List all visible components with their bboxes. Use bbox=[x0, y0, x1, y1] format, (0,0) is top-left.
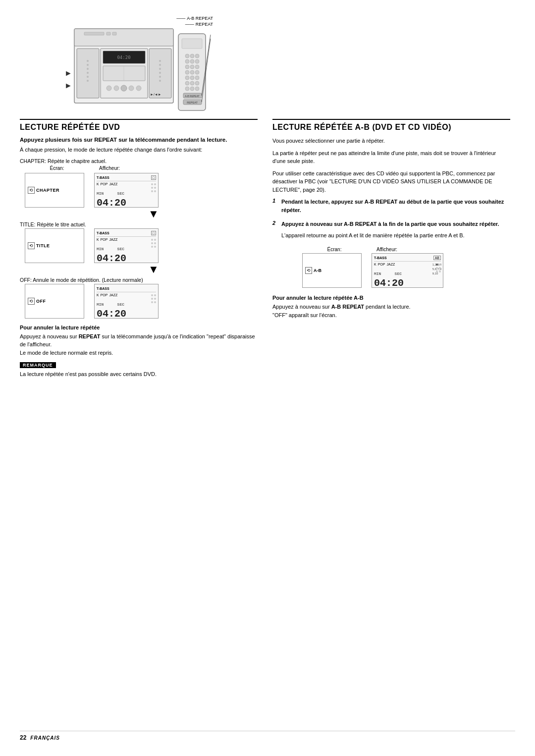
display-title: T-BASS □ K POP JAZZ MIN SEC 04:20 bbox=[94, 228, 159, 263]
display-chapter-time: MIN SEC 04:20 bbox=[97, 187, 156, 208]
remarque-block: REMARQUE La lecture répétée n'est pas po… bbox=[20, 362, 258, 378]
screen-chapter-icon: ⟲ CHAPTER bbox=[28, 187, 59, 194]
step-2: 2 Appuyez à nouveau sur A-B REPEAT à la … bbox=[272, 220, 510, 243]
screen-title-icon: ⟲ TITLE bbox=[28, 242, 50, 249]
step-1-num: 1 bbox=[272, 198, 279, 217]
svg-point-6 bbox=[87, 60, 89, 62]
svg-point-36 bbox=[195, 59, 199, 63]
right-display-label: Afficheur: bbox=[376, 247, 397, 252]
right-screen-label: Écran: bbox=[327, 247, 342, 252]
display-off: T-BASS □ K POP JAZZ MIN SEC 04:20 bbox=[94, 284, 159, 319]
svg-point-34 bbox=[185, 59, 189, 63]
display-chapter: T-BASS □ K POP JAZZ MIN SEC 04:20 bbox=[94, 173, 159, 208]
arrow-down-2: ▼ bbox=[50, 264, 258, 275]
right-intro-p2: La partie à répéter peut ne pas atteindr… bbox=[272, 149, 510, 165]
display-title-time: MIN SEC 04:20 bbox=[97, 242, 156, 263]
svg-rect-2 bbox=[84, 32, 104, 35]
svg-point-20 bbox=[129, 86, 134, 91]
device-diagram: —— A-B REPEAT —— REPEAT bbox=[59, 15, 213, 119]
left-cancel-text: Appuyez à nouveau sur REPEAT sur la télé… bbox=[20, 332, 258, 357]
display-ab-modes: K POP JAZZ bbox=[374, 263, 441, 266]
display-ab-time: MIN SEC 04:20 bbox=[374, 267, 441, 288]
svg-point-42 bbox=[195, 70, 199, 74]
svg-point-32 bbox=[190, 54, 194, 58]
svg-point-7 bbox=[87, 64, 89, 66]
title-caption: TITLE: Répète le titre actuel. bbox=[20, 221, 258, 227]
chapter-labels-row: Écran: Afficheur: bbox=[25, 165, 258, 171]
svg-point-43 bbox=[185, 76, 189, 80]
step-1-text: Pendant la lecture, appuyez sur A-B REPE… bbox=[281, 198, 510, 214]
display-ab-dots bbox=[436, 264, 441, 272]
display-title-modes: K POP JAZZ bbox=[97, 238, 156, 241]
screen-ab: ⟲ A-B bbox=[302, 253, 362, 288]
top-diagram-area: —— A-B REPEAT —— REPEAT bbox=[20, 15, 515, 119]
right-section-title: LECTURE RÉPÉTÉE A-B (DVD ET CD VIDÉO) bbox=[272, 119, 510, 132]
remarque-label: REMARQUE bbox=[20, 362, 56, 368]
chapter-diagram-row: ⟲ CHAPTER T-BASS □ K POP JAZZ MI bbox=[25, 173, 258, 208]
svg-point-19 bbox=[121, 85, 127, 91]
display-off-modes: K POP JAZZ bbox=[97, 293, 156, 297]
svg-point-17 bbox=[107, 86, 111, 91]
display-chapter-dots bbox=[151, 183, 156, 192]
svg-point-8 bbox=[87, 68, 89, 70]
annotation-line-ab: —— bbox=[176, 16, 185, 21]
svg-point-27 bbox=[159, 76, 161, 78]
page: —— A-B REPEAT —— REPEAT bbox=[0, 0, 535, 756]
language-label: FRANÇAIS bbox=[30, 735, 60, 741]
svg-point-46 bbox=[185, 81, 189, 85]
display-off-dots bbox=[151, 294, 156, 303]
left-subsection-title: Appuyez plusieurs fois sur REPEAT sur la… bbox=[20, 137, 258, 143]
svg-text:►: ► bbox=[64, 69, 72, 77]
step-2-body: L'appareil retourne au point A et lit de… bbox=[281, 231, 510, 240]
svg-point-39 bbox=[195, 65, 199, 69]
svg-point-18 bbox=[114, 86, 119, 91]
step-2-num: 2 bbox=[272, 220, 279, 243]
screen-off-icon: ⟲ OFF bbox=[28, 298, 46, 305]
svg-point-40 bbox=[185, 70, 189, 74]
svg-point-41 bbox=[190, 70, 194, 74]
svg-point-28 bbox=[159, 80, 161, 82]
screen-title: ⟲ TITLE bbox=[25, 228, 84, 263]
remarque-text: La lecture répétée n'est pas possible av… bbox=[20, 370, 258, 378]
screen-label-1: Écran: bbox=[50, 165, 64, 171]
display-chapter-modes: K POP JAZZ bbox=[97, 182, 156, 186]
screen-ab-icon: ⟲ A-B bbox=[305, 267, 321, 274]
svg-point-24 bbox=[159, 64, 161, 66]
annotation-line-repeat: —— bbox=[185, 22, 194, 27]
svg-text:REPEAT: REPEAT bbox=[187, 101, 198, 104]
svg-point-44 bbox=[190, 76, 194, 80]
svg-point-23 bbox=[159, 60, 161, 62]
svg-rect-15 bbox=[103, 66, 145, 81]
svg-point-11 bbox=[87, 80, 89, 82]
left-column: LECTURE RÉPÉTÉE DVD Appuyez plusieurs fo… bbox=[20, 119, 258, 721]
title-diagram-row: ⟲ TITLE T-BASS □ K POP JAZZ MIN bbox=[25, 228, 258, 263]
svg-rect-30 bbox=[182, 39, 202, 49]
display-title-dots bbox=[151, 239, 156, 248]
svg-rect-4 bbox=[112, 32, 116, 35]
svg-point-49 bbox=[185, 87, 189, 91]
display-off-top: T-BASS □ bbox=[97, 286, 156, 292]
left-body-intro: À chaque pression, le mode de lecture ré… bbox=[20, 146, 258, 154]
screen-chapter: ⟲ CHAPTER bbox=[25, 173, 84, 208]
device-svg: 04:20 bbox=[59, 24, 213, 120]
off-caption: OFF: Annule le mode de répétition. (Lect… bbox=[20, 277, 258, 283]
display-off-time: MIN SEC 04:20 bbox=[97, 298, 156, 319]
right-labels-row: Écran: Afficheur: bbox=[302, 246, 510, 252]
svg-point-21 bbox=[136, 86, 141, 91]
svg-point-50 bbox=[190, 87, 194, 91]
right-column: LECTURE RÉPÉTÉE A-B (DVD ET CD VIDÉO) Vo… bbox=[272, 119, 510, 721]
main-content: LECTURE RÉPÉTÉE DVD Appuyez plusieurs fo… bbox=[20, 119, 515, 721]
step-1: 1 Pendant la lecture, appuyez sur A-B RE… bbox=[272, 198, 510, 217]
right-cancel-text: Appuyez à nouveau sur A-B REPEAT pendant… bbox=[272, 303, 510, 319]
svg-point-45 bbox=[195, 76, 199, 80]
svg-point-48 bbox=[195, 81, 199, 85]
off-diagram-row: ⟲ OFF T-BASS □ K POP JAZZ MIN bbox=[25, 284, 258, 319]
left-cancel-title: Pour annuler la lecture répétée bbox=[20, 324, 258, 330]
svg-point-31 bbox=[185, 54, 189, 58]
svg-point-33 bbox=[195, 54, 199, 58]
display-label-1: Afficheur: bbox=[99, 165, 120, 171]
svg-point-51 bbox=[195, 87, 199, 91]
display-ab-time-wrapper: MIN SEC 04:20 bbox=[374, 267, 441, 288]
display-ab-top: T-BASS AB bbox=[374, 256, 441, 262]
right-cancel-title: Pour annuler la lecture répétée A-B bbox=[272, 295, 510, 301]
